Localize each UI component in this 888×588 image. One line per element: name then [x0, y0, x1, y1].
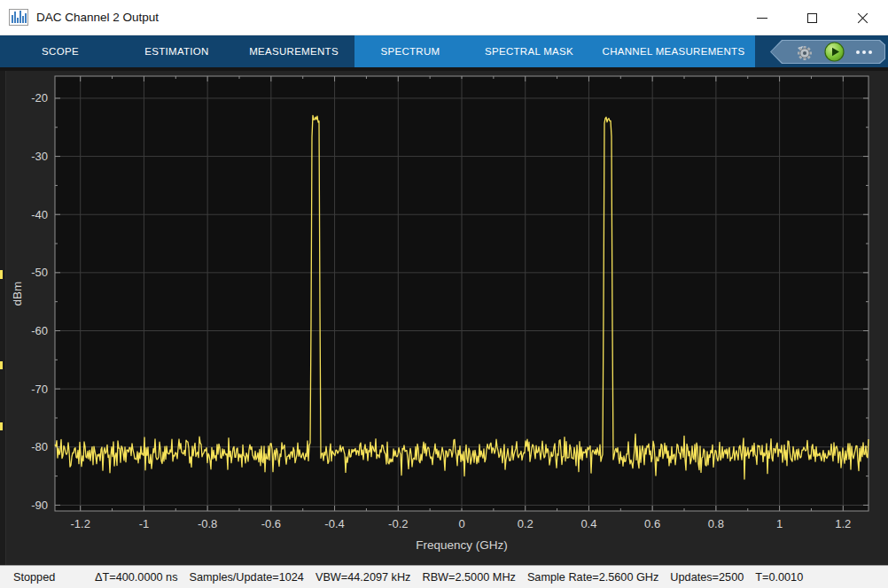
status-rbw: RBW=2.5000 MHz	[422, 571, 515, 584]
status-items: ΔT=400.0000 ns Samples/Update=1024 VBW=4…	[95, 571, 803, 584]
svg-text:Frequency (GHz): Frequency (GHz)	[416, 538, 508, 552]
close-icon	[857, 12, 869, 24]
svg-text:-20: -20	[31, 91, 48, 104]
status-sample-rate: Sample Rate=2.5600 GHz	[527, 571, 658, 584]
title-bar: DAC Channel 2 Output	[0, 0, 888, 35]
tab-channel-measurements[interactable]: CHANNEL MEASUREMENTS	[592, 35, 755, 67]
status-time: T=0.0010	[755, 571, 803, 584]
tab-spectrum[interactable]: SPECTRUM	[354, 35, 466, 67]
step-settings-button[interactable]	[794, 43, 813, 61]
maximize-icon	[807, 13, 817, 23]
svg-text:-80: -80	[31, 440, 48, 453]
svg-text:0.2: 0.2	[518, 517, 534, 530]
svg-text:1.2: 1.2	[835, 517, 851, 530]
svg-text:0: 0	[458, 517, 464, 530]
svg-text:dBm: dBm	[11, 282, 24, 306]
svg-text:-60: -60	[31, 324, 48, 337]
status-samples-per-update: Samples/Update=1024	[189, 571, 303, 584]
minimize-button[interactable]	[736, 0, 787, 35]
maximize-button[interactable]	[787, 0, 837, 35]
svg-text:0.4: 0.4	[580, 517, 596, 530]
tab-spectral-mask[interactable]: SPECTRAL MASK	[466, 35, 592, 67]
svg-text:0.8: 0.8	[708, 517, 724, 530]
svg-text:-30: -30	[31, 150, 48, 163]
window-controls	[736, 0, 888, 35]
more-options-button[interactable]	[856, 50, 872, 54]
svg-text:-0.4: -0.4	[324, 517, 344, 530]
status-delta-t: ΔT=400.0000 ns	[95, 571, 177, 584]
svg-text:-40: -40	[31, 208, 48, 221]
run-button[interactable]	[824, 42, 845, 62]
close-button[interactable]	[837, 0, 888, 35]
status-vbw: VBW=44.2097 kHz	[315, 571, 411, 584]
spectrum-chart[interactable]: -1.2-1-0.8-0.6-0.4-0.200.20.40.60.811.2-…	[0, 67, 888, 565]
svg-text:1: 1	[776, 517, 783, 530]
window-title: DAC Channel 2 Output	[36, 11, 159, 24]
svg-text:-1: -1	[139, 517, 150, 530]
svg-text:-70: -70	[31, 383, 48, 396]
ellipsis-icon	[856, 50, 860, 54]
minimize-icon	[757, 18, 767, 19]
svg-text:-1.2: -1.2	[70, 517, 90, 530]
status-bar: Stopped ΔT=400.0000 ns Samples/Update=10…	[0, 565, 888, 588]
status-updates: Updates=2500	[670, 571, 744, 584]
tab-measurements[interactable]: MEASUREMENTS	[233, 35, 354, 67]
toolstrip: SCOPE ESTIMATION MEASUREMENTS SPECTRUM S…	[0, 35, 888, 67]
svg-text:-50: -50	[31, 266, 48, 279]
svg-text:-0.2: -0.2	[388, 517, 408, 530]
status-state: Stopped	[13, 571, 95, 584]
play-icon	[824, 42, 845, 62]
app-window: DAC Channel 2 Output SCOPE ESTIMATION ME…	[0, 0, 888, 588]
run-controls-panel	[770, 40, 885, 64]
gear-step-icon	[794, 43, 813, 61]
svg-text:-0.6: -0.6	[261, 517, 281, 530]
tab-estimation[interactable]: ESTIMATION	[121, 35, 233, 67]
svg-text:-90: -90	[31, 499, 48, 512]
histogram-icon	[9, 9, 28, 26]
tab-scope[interactable]: SCOPE	[0, 35, 121, 67]
spectrum-plot-area: -1.2-1-0.8-0.6-0.4-0.200.20.40.60.811.2-…	[0, 67, 888, 565]
svg-text:0.6: 0.6	[644, 517, 660, 530]
svg-text:-0.8: -0.8	[198, 517, 217, 530]
